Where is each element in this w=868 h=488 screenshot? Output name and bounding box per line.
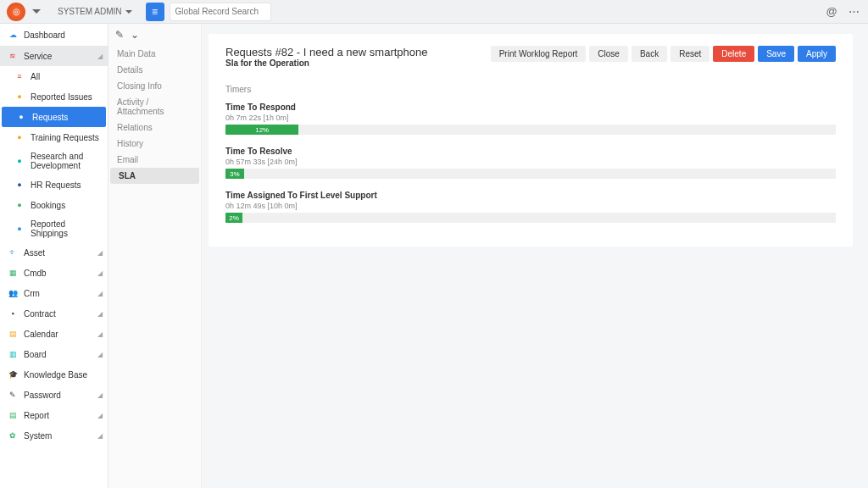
global-menu-button[interactable]: ≡	[146, 3, 164, 21]
sidebar-item-requests[interactable]: ● Requests	[2, 107, 106, 127]
chevron-icon: ◢	[97, 290, 103, 297]
user-menu[interactable]: SYSTEM ADMIN	[58, 7, 132, 16]
sidebar-item-knowledge-base[interactable]: 🎓 Knowledge Base	[0, 364, 108, 385]
record-tab-main-data[interactable]: Main Data	[108, 46, 201, 62]
more-icon[interactable]: ⋯	[846, 4, 861, 19]
sidebar-item-rnd[interactable]: ● Research and Development	[0, 147, 108, 175]
sidebar-item-contract[interactable]: ▪ Contract ◢	[0, 303, 108, 324]
sidebar-item-all[interactable]: ≡ All	[0, 66, 108, 86]
reset-button[interactable]: Reset	[670, 46, 709, 62]
shippings-icon: ●	[14, 223, 25, 235]
record-card: Requests #82 - I need a new smartphone S…	[209, 34, 853, 247]
sidebar-label: Reported Issues	[31, 92, 92, 102]
back-button[interactable]: Back	[632, 46, 667, 62]
logo-icon[interactable]: ◎	[7, 3, 25, 21]
chevron-down-icon	[125, 10, 132, 14]
password-icon: ✎	[7, 389, 19, 401]
chevron-icon: ◢	[97, 412, 103, 419]
mention-icon[interactable]: @	[824, 4, 839, 19]
edit-icon[interactable]: ✎	[115, 29, 124, 41]
timer-time: 0h 57m 33s [24h 0m]	[225, 158, 836, 166]
bookings-icon: ●	[14, 199, 25, 211]
sidebar-label: System	[24, 431, 52, 441]
sidebar-label: Report	[24, 411, 49, 420]
all-icon: ≡	[14, 70, 25, 82]
record-tab-activity-attachments[interactable]: Activity / Attachments	[108, 94, 201, 119]
sidebar-label: Crm	[24, 289, 40, 298]
sidebar-label: Service	[24, 52, 52, 61]
global-search-input[interactable]	[170, 3, 271, 21]
sidebar-item-cmdb[interactable]: ▦ Cmdb ◢	[0, 263, 108, 283]
timer-progress-bar: 3%	[225, 169, 836, 179]
timer-row: Time To Resolve 0h 57m 33s [24h 0m] 3%	[225, 147, 836, 179]
chevron-down-icon[interactable]: ⌄	[131, 29, 139, 41]
sidebar-label: Reported Shippings	[31, 219, 101, 238]
save-button[interactable]: Save	[758, 46, 794, 62]
delete-button[interactable]: Delete	[713, 46, 754, 62]
board-icon: ▥	[7, 348, 19, 360]
sidebar-label: Password	[24, 391, 61, 400]
sidebar-item-password[interactable]: ✎ Password ◢	[0, 385, 108, 405]
chevron-icon: ◢	[97, 249, 103, 257]
chevron-icon: ◢	[97, 432, 103, 440]
record-subtitle: Sla for the Operation	[225, 58, 427, 68]
timer-progress-fill: 3%	[225, 169, 244, 179]
chevron-icon: ◢	[97, 310, 103, 318]
timer-title: Time Assigned To First Level Support	[225, 191, 836, 200]
topbar: ◎ SYSTEM ADMIN ≡ @ ⋯	[0, 0, 868, 24]
user-menu-label: SYSTEM ADMIN	[58, 7, 122, 16]
sidebar-label: Requests	[32, 113, 68, 122]
timer-title: Time To Respond	[225, 103, 836, 112]
logo-dropdown-caret-icon[interactable]	[32, 9, 41, 14]
sidebar-item-calendar[interactable]: ▤ Calendar ◢	[0, 324, 108, 344]
report-icon: ▤	[7, 409, 19, 421]
sidebar-label: Knowledge Base	[24, 370, 87, 380]
system-icon: ✿	[7, 430, 19, 441]
sidebar-item-asset[interactable]: ᯤ Asset ◢	[0, 242, 108, 263]
sidebar-item-service[interactable]: ≋ Service ◢	[0, 46, 108, 66]
issues-icon: ●	[14, 91, 25, 103]
sidebar-item-system[interactable]: ✿ System ◢	[0, 425, 108, 446]
sidebar-label: Asset	[24, 248, 45, 258]
service-icon: ≋	[7, 50, 19, 62]
training-icon: ●	[14, 131, 25, 143]
calendar-icon: ▤	[7, 328, 19, 340]
kb-icon: 🎓	[7, 369, 19, 380]
timer-progress-bar: 2%	[225, 213, 836, 223]
chevron-icon: ◢	[97, 391, 103, 399]
sidebar-label: Research and Development	[31, 152, 101, 170]
sidebar-item-reported-shippings[interactable]: ● Reported Shippings	[0, 215, 108, 242]
asset-icon: ᯤ	[7, 247, 19, 258]
record-tab-sla[interactable]: SLA	[110, 168, 199, 184]
sidebar-item-hr-requests[interactable]: ● HR Requests	[0, 175, 108, 195]
sidebar-item-report[interactable]: ▤ Report ◢	[0, 405, 108, 425]
sidebar-item-crm[interactable]: 👥 Crm ◢	[0, 283, 108, 303]
record-tab-details[interactable]: Details	[108, 62, 201, 78]
timer-progress-fill: 2%	[225, 213, 242, 223]
requests-icon: ●	[15, 111, 27, 123]
sidebar-item-training-requests[interactable]: ● Training Requests	[0, 127, 108, 147]
sidebar-label: Board	[24, 350, 47, 359]
contract-icon: ▪	[7, 308, 19, 319]
sidebar-item-bookings[interactable]: ● Bookings	[0, 195, 108, 215]
timer-row: Time Assigned To First Level Support 0h …	[225, 191, 836, 223]
timer-row: Time To Respond 0h 7m 22s [1h 0m] 12%	[225, 103, 836, 135]
timer-progress-fill: 12%	[225, 125, 298, 135]
apply-button[interactable]: Apply	[798, 46, 836, 62]
sidebar-label: Bookings	[31, 201, 65, 210]
sidebar-item-reported-issues[interactable]: ● Reported Issues	[0, 86, 108, 107]
chevron-down-icon: ◢	[97, 53, 103, 60]
print-worklog-button[interactable]: Print Worklog Report	[491, 46, 587, 62]
rnd-icon: ●	[14, 155, 25, 167]
hr-icon: ●	[14, 179, 25, 191]
chevron-icon: ◢	[97, 330, 103, 338]
record-tab-closing-info[interactable]: Closing Info	[108, 78, 201, 94]
close-button[interactable]: Close	[589, 46, 628, 62]
record-tab-relations[interactable]: Relations	[108, 119, 201, 136]
sidebar-item-board[interactable]: ▥ Board ◢	[0, 344, 108, 364]
timer-time: 0h 12m 49s [10h 0m]	[225, 202, 836, 210]
sidebar: ☁ Dashboard ≋ Service ◢ ≡ All ● Reported…	[0, 24, 108, 488]
record-tab-email[interactable]: Email	[108, 152, 201, 168]
record-tab-history[interactable]: History	[108, 136, 201, 152]
sidebar-item-dashboard[interactable]: ☁ Dashboard	[0, 24, 108, 46]
